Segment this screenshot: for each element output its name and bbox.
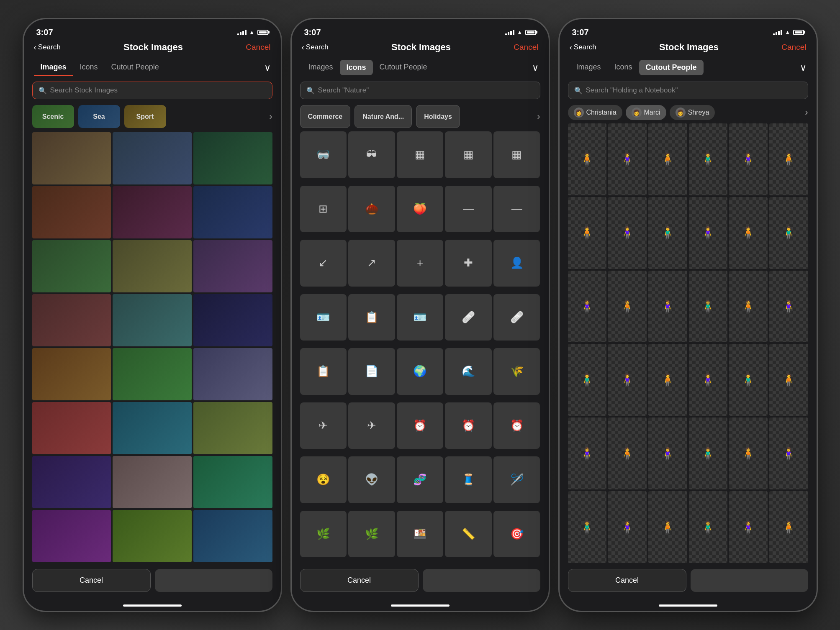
icon-cell-22[interactable]: 📄 [348, 348, 395, 395]
icon-cell-29[interactable]: ⏰ [445, 402, 492, 449]
tab-icons-2[interactable]: Icons [340, 60, 373, 75]
tab-cutout-3[interactable]: Cutout People [639, 60, 704, 75]
tab-icons-3[interactable]: Icons [608, 59, 639, 76]
image-cell-10[interactable] [32, 294, 111, 346]
icon-cell-33[interactable]: 🧬 [397, 456, 444, 503]
tab-images-1[interactable]: Images [34, 59, 73, 76]
person-cell-19[interactable]: 🧍‍♂️ [568, 344, 606, 416]
chip-sport-1[interactable]: Sport [124, 105, 166, 128]
tab-dropdown-1[interactable]: ∨ [264, 62, 271, 73]
image-cell-1[interactable] [32, 132, 111, 184]
chip-commerce-2[interactable]: Commerce [300, 105, 351, 128]
cancel-link-2[interactable]: Cancel [514, 43, 538, 52]
cancel-button-1[interactable]: Cancel [32, 569, 151, 592]
back-button-2[interactable]: ‹ Search [302, 43, 329, 52]
icon-cell-6[interactable]: ⊞ [300, 186, 347, 233]
icon-cell-10[interactable]: — [493, 186, 540, 233]
icon-cell-37[interactable]: 🌿 [348, 511, 395, 558]
image-cell-7[interactable] [32, 240, 111, 292]
chip-arrow-2[interactable]: › [537, 111, 540, 122]
chip-scenic-1[interactable]: Scenic [32, 105, 74, 128]
chip-sea-1[interactable]: Sea [78, 105, 120, 128]
icon-cell-13[interactable]: + [397, 240, 444, 287]
image-cell-14[interactable] [113, 348, 192, 400]
person-cell-21[interactable]: 🧍 [648, 344, 687, 416]
person-cell-7[interactable]: 🧍 [568, 197, 606, 269]
icon-cell-17[interactable]: 📋 [348, 294, 395, 341]
chip-arrow-1[interactable]: › [269, 111, 272, 122]
cancel-button-2[interactable]: Cancel [300, 569, 419, 592]
person-cell-14[interactable]: 🧍 [608, 271, 647, 343]
icon-cell-15[interactable]: 👤 [493, 240, 540, 287]
people-chip-christania-3[interactable]: 👩 Christania [568, 105, 622, 120]
tab-cutout-2[interactable]: Cutout People [373, 59, 434, 76]
person-cell-17[interactable]: 🧍 [729, 271, 768, 343]
icon-cell-38[interactable]: 🍱 [397, 511, 444, 558]
icon-cell-24[interactable]: 🌊 [445, 348, 492, 395]
image-cell-12[interactable] [193, 294, 272, 346]
icon-cell-5[interactable]: ▦ [493, 131, 540, 178]
icon-cell-28[interactable]: ⏰ [397, 402, 444, 449]
person-cell-28[interactable]: 🧍‍♂️ [689, 417, 727, 489]
icon-cell-3[interactable]: ▦ [397, 131, 444, 178]
image-cell-18[interactable] [193, 402, 272, 454]
person-cell-27[interactable]: 🧍‍♀️ [648, 417, 687, 489]
person-cell-34[interactable]: 🧍‍♂️ [689, 491, 727, 563]
icon-cell-9[interactable]: — [445, 186, 492, 233]
person-cell-33[interactable]: 🧍 [648, 491, 687, 563]
image-cell-24[interactable] [193, 510, 272, 562]
image-cell-4[interactable] [32, 186, 111, 238]
icon-cell-23[interactable]: 🌍 [397, 348, 444, 395]
icon-cell-34[interactable]: 🧵 [445, 456, 492, 503]
image-cell-16[interactable] [32, 402, 111, 454]
icon-cell-8[interactable]: 🍑 [397, 186, 444, 233]
image-cell-2[interactable] [113, 132, 192, 184]
person-cell-22[interactable]: 🧍‍♀️ [689, 344, 727, 416]
tab-icons-1[interactable]: Icons [73, 59, 105, 76]
icon-cell-27[interactable]: ✈ [348, 402, 395, 449]
icon-cell-1[interactable]: 🥽 [300, 131, 347, 178]
person-cell-18[interactable]: 🧍‍♀️ [769, 271, 808, 343]
search-bar-3[interactable]: 🔍 Search "Holding a Notebook" [568, 82, 808, 99]
icon-cell-21[interactable]: 📋 [300, 348, 347, 395]
icon-cell-31[interactable]: 😵 [300, 456, 347, 503]
icon-cell-19[interactable]: 🩹 [445, 294, 492, 341]
icon-cell-7[interactable]: 🌰 [348, 186, 395, 233]
back-button-3[interactable]: ‹ Search [570, 43, 596, 52]
chip-holidays-2[interactable]: Holidays [416, 105, 460, 128]
person-cell-35[interactable]: 🧍‍♀️ [729, 491, 768, 563]
person-cell-8[interactable]: 🧍‍♀️ [608, 197, 647, 269]
cancel-link-1[interactable]: Cancel [246, 43, 270, 52]
back-button-1[interactable]: ‹ Search [34, 43, 61, 52]
icon-cell-39[interactable]: 📏 [445, 511, 492, 558]
person-cell-12[interactable]: 🧍‍♂️ [769, 197, 808, 269]
tab-images-2[interactable]: Images [302, 59, 340, 76]
tab-cutout-1[interactable]: Cutout People [105, 59, 166, 76]
person-cell-13[interactable]: 🧍‍♀️ [568, 271, 606, 343]
person-cell-20[interactable]: 🧍‍♀️ [608, 344, 647, 416]
person-cell-15[interactable]: 🧍‍♀️ [648, 271, 687, 343]
people-chip-shreya-3[interactable]: 👩 Shreya [670, 105, 715, 120]
tab-dropdown-2[interactable]: ∨ [532, 62, 539, 73]
image-cell-21[interactable] [193, 456, 272, 508]
person-cell-3[interactable]: 🧍 [648, 123, 687, 195]
cancel-button-3[interactable]: Cancel [568, 569, 686, 592]
image-cell-13[interactable] [32, 348, 111, 400]
chip-nature-2[interactable]: Nature And... [354, 105, 412, 128]
person-cell-32[interactable]: 🧍‍♀️ [608, 491, 647, 563]
icon-cell-40[interactable]: 🎯 [493, 511, 540, 558]
icon-cell-36[interactable]: 🌿 [300, 511, 347, 558]
image-cell-5[interactable] [113, 186, 192, 238]
image-cell-23[interactable] [113, 510, 192, 562]
person-cell-6[interactable]: 🧍 [769, 123, 808, 195]
image-cell-9[interactable] [193, 240, 272, 292]
icon-cell-4[interactable]: ▦ [445, 131, 492, 178]
chip-arrow-3[interactable]: › [805, 107, 808, 118]
person-cell-1[interactable]: 🧍 [568, 123, 606, 195]
image-cell-11[interactable] [113, 294, 192, 346]
image-cell-17[interactable] [113, 402, 192, 454]
icon-cell-20[interactable]: 🩹 [493, 294, 540, 341]
person-cell-36[interactable]: 🧍 [769, 491, 808, 563]
person-cell-2[interactable]: 🧍‍♀️ [608, 123, 647, 195]
tab-images-3[interactable]: Images [570, 59, 608, 76]
